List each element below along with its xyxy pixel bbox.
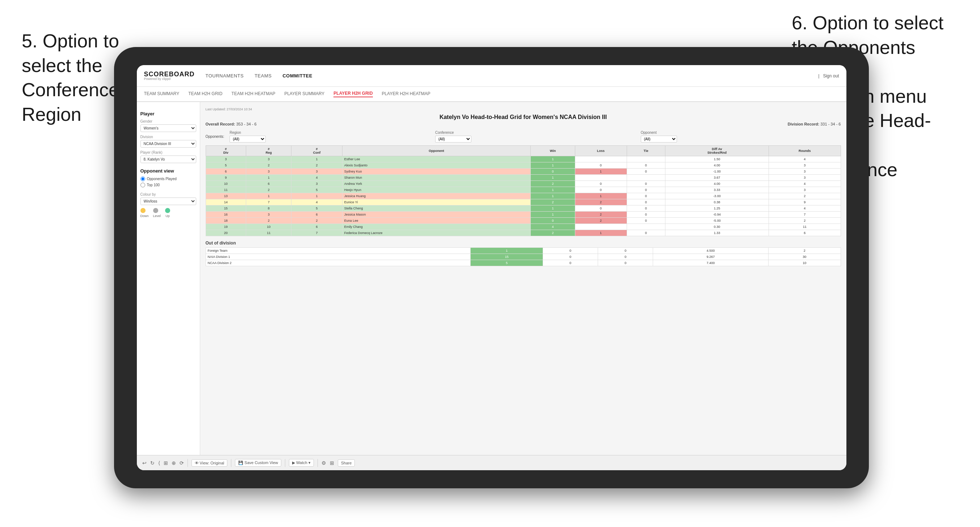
sidebar-colour-select[interactable]: Win/loss bbox=[140, 197, 196, 205]
main-table: #Div #Reg #Conf Opponent Win Loss Tie Di… bbox=[206, 145, 841, 236]
table-row: 19 10 6 Emily Chang 4 0.30 11 bbox=[206, 224, 841, 230]
td-reg: 6 bbox=[246, 181, 291, 187]
td-loss: 0 bbox=[575, 187, 627, 193]
th-loss: Loss bbox=[575, 146, 627, 156]
sidebar-radio-top100[interactable]: Top 100 bbox=[140, 183, 196, 187]
reset-icon[interactable]: ⟳ bbox=[180, 460, 184, 466]
td-div: 5 bbox=[206, 162, 246, 168]
save-custom-view-btn[interactable]: 💾 Save Custom View bbox=[235, 459, 281, 467]
td-reg: 11 bbox=[246, 230, 291, 236]
td-reg: 2 bbox=[246, 162, 291, 168]
settings-icon[interactable]: ⚙ bbox=[321, 460, 326, 466]
td-loss: 2 bbox=[575, 199, 627, 205]
copy-icon[interactable]: ⊞ bbox=[164, 460, 168, 466]
td-reg: 3 bbox=[246, 156, 291, 162]
paste-icon[interactable]: ⊕ bbox=[172, 460, 176, 466]
back-icon[interactable]: ⟨ bbox=[158, 460, 160, 466]
toolbar-sep4 bbox=[318, 459, 318, 467]
filter-region-select[interactable]: (All) bbox=[229, 136, 266, 143]
td-tie: 0 bbox=[627, 199, 665, 205]
td-rounds: 4 bbox=[768, 205, 841, 211]
td-conf: 4 bbox=[291, 199, 342, 205]
color-down-label: Down bbox=[140, 214, 149, 218]
td-win: 1 bbox=[531, 175, 575, 181]
ood-tie: 0 bbox=[598, 248, 653, 254]
ood-loss: 0 bbox=[542, 260, 598, 266]
td-diff: 1.50 bbox=[665, 156, 769, 162]
th-win: Win bbox=[531, 146, 575, 156]
color-level-label: Level bbox=[153, 214, 161, 218]
sidebar-player-rank-select[interactable]: 8. Katelyn Vo bbox=[140, 156, 196, 163]
sidebar-radio-opponents-played[interactable]: Opponents Played bbox=[140, 176, 196, 181]
table-row: 14 7 4 Eunice Yi 2 2 0 0.38 9 bbox=[206, 199, 841, 205]
color-level bbox=[153, 208, 158, 213]
grid-icon[interactable]: ⊞ bbox=[330, 460, 334, 466]
td-div: 20 bbox=[206, 230, 246, 236]
annotation-left-line2: select the bbox=[22, 55, 102, 76]
td-opponent: Esther Lee bbox=[342, 156, 530, 162]
ood-name: NAIA Division 1 bbox=[206, 254, 471, 260]
td-loss: 2 bbox=[575, 211, 627, 218]
color-up bbox=[165, 208, 170, 213]
td-opponent: Jessica Mason bbox=[342, 211, 530, 218]
subnav-player-h2h-grid[interactable]: PLAYER H2H GRID bbox=[333, 91, 372, 97]
sidebar-division-select[interactable]: NCAA Division III bbox=[140, 140, 196, 148]
subnav-team-summary[interactable]: TEAM SUMMARY bbox=[144, 91, 180, 97]
td-reg: 1 bbox=[246, 175, 291, 181]
td-diff: 4.00 bbox=[665, 162, 769, 168]
td-reg: 2 bbox=[246, 187, 291, 193]
td-win: 1 bbox=[531, 187, 575, 193]
td-rounds: 11 bbox=[768, 224, 841, 230]
filter-opponent-select[interactable]: (All) bbox=[641, 136, 677, 143]
nav-tournaments[interactable]: TOURNAMENTS bbox=[206, 73, 244, 78]
td-diff: -3.00 bbox=[665, 193, 769, 199]
td-opponent: Eunice Yi bbox=[342, 199, 530, 205]
out-of-division-row: NAIA Division 1 15 0 0 9.267 30 bbox=[206, 254, 841, 260]
td-conf: 2 bbox=[291, 162, 342, 168]
td-diff: -1.00 bbox=[665, 168, 769, 175]
data-area: Last Updated: 27/03/2024 10:34 Katelyn V… bbox=[200, 102, 846, 455]
subnav-player-summary[interactable]: PLAYER SUMMARY bbox=[284, 91, 325, 97]
subnav-team-h2h-heatmap[interactable]: TEAM H2H HEATMAP bbox=[231, 91, 275, 97]
overall-record: Overall Record: 353 - 34 - 6 bbox=[206, 122, 257, 126]
td-rounds: 3 bbox=[768, 162, 841, 168]
subnav-player-h2h-heatmap[interactable]: PLAYER H2H HEATMAP bbox=[382, 91, 430, 97]
nav-teams[interactable]: TEAMS bbox=[255, 73, 272, 78]
watch-btn[interactable]: ▶ Watch ▾ bbox=[289, 459, 314, 467]
td-opponent: Federica Domecq Lacroze bbox=[342, 230, 530, 236]
td-rounds: 3 bbox=[768, 187, 841, 193]
table-row: 5 2 2 Alexis Sudjianto 1 0 0 4.00 3 bbox=[206, 162, 841, 168]
sub-nav: TEAM SUMMARY TEAM H2H GRID TEAM H2H HEAT… bbox=[137, 87, 846, 102]
nav-right: | Sign out bbox=[818, 73, 839, 78]
td-reg: 7 bbox=[246, 199, 291, 205]
td-conf: 6 bbox=[291, 211, 342, 218]
td-win: 4 bbox=[531, 224, 575, 230]
td-tie: 0 bbox=[627, 162, 665, 168]
td-opponent: Sydney Kuo bbox=[342, 168, 530, 175]
ood-win: 5 bbox=[471, 260, 543, 266]
share-btn[interactable]: Share bbox=[338, 459, 355, 467]
td-tie bbox=[627, 224, 665, 230]
sign-out-link[interactable]: Sign out bbox=[823, 73, 839, 78]
td-tie: 0 bbox=[627, 230, 665, 236]
undo-icon[interactable]: ↩ bbox=[142, 460, 146, 466]
logo: SCOREBOARD Powered by clippd bbox=[144, 71, 195, 81]
td-conf: 4 bbox=[291, 175, 342, 181]
redo-icon[interactable]: ↻ bbox=[150, 460, 154, 466]
ood-win: 15 bbox=[471, 254, 543, 260]
td-tie: 0 bbox=[627, 211, 665, 218]
td-loss: 2 bbox=[575, 218, 627, 224]
td-loss: 1 bbox=[575, 168, 627, 175]
td-reg: 1 bbox=[246, 193, 291, 199]
nav-committee[interactable]: COMMITTEE bbox=[282, 73, 312, 78]
table-row: 20 11 7 Federica Domecq Lacroze 2 1 0 1.… bbox=[206, 230, 841, 236]
td-opponent: Jessica Huang bbox=[342, 193, 530, 199]
subnav-team-h2h-grid[interactable]: TEAM H2H GRID bbox=[188, 91, 222, 97]
view-original-btn[interactable]: 👁 View: Original bbox=[191, 459, 228, 467]
filter-conference-select[interactable]: (All) bbox=[435, 136, 471, 143]
sidebar-gender-select[interactable]: Women's bbox=[140, 124, 196, 132]
td-rounds: 3 bbox=[768, 168, 841, 175]
td-div: 16 bbox=[206, 211, 246, 218]
sidebar-opponent-view-label: Opponent view bbox=[140, 168, 196, 174]
top-nav: SCOREBOARD Powered by clippd TOURNAMENTS… bbox=[137, 65, 846, 87]
